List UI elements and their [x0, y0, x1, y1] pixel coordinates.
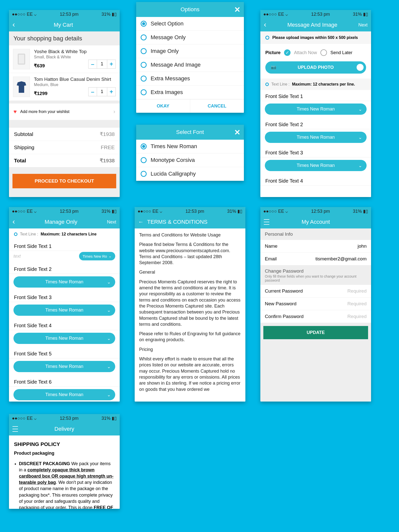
next-button[interactable]: Next: [358, 22, 368, 28]
font-dropdown[interactable]: Times New Roman⌄: [13, 305, 115, 316]
time: 12:53 pm: [60, 12, 79, 17]
menu-icon[interactable]: [12, 425, 18, 433]
chevron-down-icon: ⌄: [107, 364, 111, 369]
battery: 31% ▮▯: [101, 11, 117, 17]
close-icon[interactable]: ✕: [234, 5, 240, 14]
qty-plus-button[interactable]: +: [107, 60, 115, 68]
back-arrow-icon[interactable]: ←: [138, 219, 144, 225]
font-dropdown[interactable]: Times New Roman⌄: [265, 104, 367, 115]
chevron-down-icon: ⌄: [108, 254, 112, 258]
text-section-label: Front Side Text 3: [9, 291, 120, 302]
product-price: ₹1299: [34, 91, 47, 96]
qty-minus-button[interactable]: –: [89, 88, 97, 96]
update-button[interactable]: UPDATE: [263, 326, 368, 339]
option-label: Extra Messages: [151, 75, 190, 82]
new-password-field[interactable]: New PasswordRequired: [260, 298, 371, 310]
chevron-right-icon: ›: [113, 108, 115, 115]
font-dropdown[interactable]: Times New Roman⌄: [13, 389, 115, 400]
option-label: Image Only: [151, 48, 179, 54]
font-label: Times New Roman: [151, 143, 197, 150]
okay-button[interactable]: OKAY: [136, 99, 190, 113]
page-title: Manage Only: [15, 219, 107, 225]
back-icon[interactable]: ‹: [12, 20, 15, 29]
product-variant: Small, Black & White: [34, 55, 116, 59]
font-dropdown[interactable]: Times New Roman⌄: [13, 333, 115, 344]
close-icon[interactable]: ✕: [234, 128, 240, 137]
option-row[interactable]: Message And Image: [136, 58, 244, 72]
current-password-field[interactable]: Current PasswordRequired: [260, 285, 371, 298]
option-label: Extra Images: [151, 89, 183, 96]
font-option[interactable]: Monotype Corsiva: [136, 153, 244, 167]
page-title: Message And Image: [266, 22, 358, 28]
send-later-radio[interactable]: [320, 49, 327, 56]
qty-minus-button[interactable]: –: [89, 60, 97, 68]
option-row[interactable]: Extra Images: [136, 86, 244, 99]
cancel-button[interactable]: CANCEL: [190, 99, 244, 113]
page-title: TERMS & CONDITIONS: [147, 219, 207, 225]
cart-header: ‹ My Cart: [9, 18, 120, 31]
option-row[interactable]: Extra Messages: [136, 72, 244, 86]
chevron-down-icon: ⌄: [358, 163, 362, 168]
upload-toggle[interactable]: [357, 64, 364, 71]
page-title: My Cart: [15, 22, 112, 28]
status-bar: ●●○○○ EE ⌵12:53 pm31% ▮▯: [260, 10, 371, 18]
qty-stepper[interactable]: – 1 +: [88, 60, 116, 69]
font-dropdown[interactable]: Times New Roman⌄: [13, 276, 115, 288]
delivery-bullet: DISCREET PACKAGING We pack your items in…: [19, 461, 115, 509]
send-later-label: Send Later: [330, 50, 352, 55]
option-label: Message Only: [151, 34, 186, 41]
text-section-label: Front Side Text 4: [260, 175, 371, 186]
heart-icon: ♥: [13, 108, 17, 115]
menu-icon[interactable]: [264, 218, 269, 226]
product-image: [13, 77, 30, 97]
back-icon[interactable]: ‹: [12, 217, 15, 226]
qty-stepper[interactable]: – 1 +: [88, 87, 116, 96]
email-row[interactable]: Emailtismember2@gmail.com: [260, 253, 371, 265]
radio-icon: [141, 21, 147, 27]
option-row[interactable]: Image Only: [136, 44, 244, 58]
back-icon[interactable]: ‹: [264, 20, 266, 29]
chevron-down-icon: ⌄: [107, 308, 111, 313]
font-label: Monotype Corsiva: [151, 157, 195, 163]
next-button[interactable]: Next: [107, 219, 116, 225]
circle-icon: [14, 232, 17, 236]
wishlist-link[interactable]: ♥ Add more from your wishlist ›: [9, 103, 120, 120]
font-dropdown[interactable]: Times New Roman⌄: [13, 361, 115, 372]
modal-title: Select Font: [176, 129, 204, 135]
font-dropdown[interactable]: Times New Roman⌄: [265, 132, 367, 143]
radio-icon: [141, 171, 147, 177]
attach-now-label: Attach Now: [294, 50, 317, 55]
text-section-label: Front Side Text 4: [9, 319, 120, 330]
text-section-label: Front Side Text 1: [260, 90, 371, 101]
font-option[interactable]: Times New Roman: [136, 140, 244, 153]
font-dropdown[interactable]: Times New Roman⌄: [265, 160, 367, 171]
wishlist-label: Add more from your wishlist: [20, 109, 69, 114]
status-bar: ●●○○○ EE ⌵ 12:53 pm 31% ▮▯: [9, 10, 120, 18]
text-section-label: Front Side Text 6: [9, 376, 120, 387]
radio-icon: [141, 89, 147, 95]
attach-now-radio[interactable]: ✓: [284, 49, 291, 56]
delivery-header: Delivery: [9, 423, 120, 435]
cart-item: Yoshe Black & White Top Small, Black & W…: [9, 45, 120, 73]
status-bar: ●●○○○ EE ⌵12:53 pm31% ▮▯: [135, 207, 245, 215]
qty-plus-button[interactable]: +: [107, 88, 115, 96]
radio-icon: [141, 143, 147, 149]
font-dropdown[interactable]: Times New Ro⌄: [79, 252, 115, 260]
product-variant: Medium, Blue: [34, 83, 116, 87]
font-option[interactable]: Lucida Calligraphy: [136, 167, 244, 181]
option-row[interactable]: Select Option: [136, 17, 244, 31]
upload-note: Please upload images within 500 x 500 pi…: [260, 31, 371, 44]
chevron-down-icon: ⌄: [358, 135, 362, 140]
camera-icon: 📷: [271, 64, 276, 70]
qty-value: 1: [97, 61, 107, 67]
text-input[interactable]: text: [13, 254, 21, 259]
status-bar: ●●○○○ EE ⌵12:53 pm31% ▮▯: [9, 207, 120, 215]
confirm-password-field[interactable]: Confirm PasswordRequired: [260, 310, 371, 323]
text-line-note: Text Line : Maximum: 12 characters per l…: [260, 79, 371, 90]
product-name: Tom Hatton Blue Casual Denim Shirt: [34, 77, 116, 82]
checkout-button[interactable]: PROCEED TO CHECKOUT: [12, 174, 116, 188]
option-row[interactable]: Message Only: [136, 31, 244, 44]
name-row[interactable]: Namejohn: [260, 240, 371, 253]
text-section-label: Front Side Text 2: [260, 118, 371, 129]
upload-photo-button[interactable]: 📷 UPLOAD PHOTO: [265, 61, 366, 74]
